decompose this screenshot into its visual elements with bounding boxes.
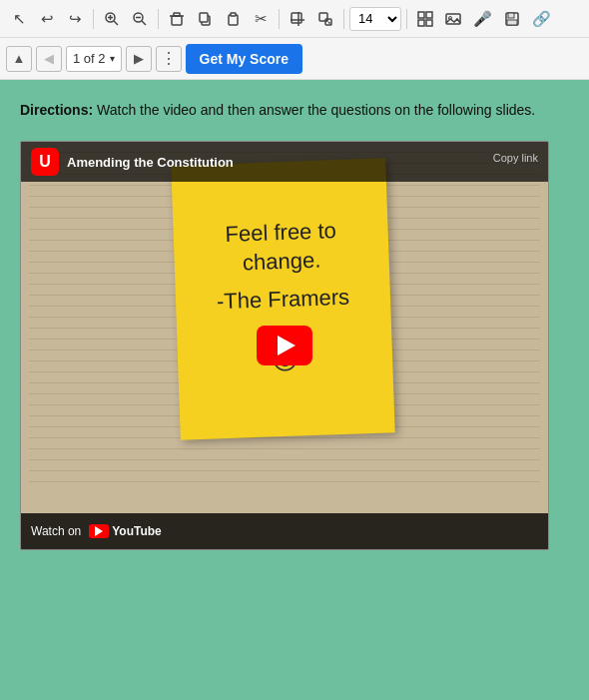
zoom-in-button[interactable] (99, 6, 125, 32)
divider-2 (158, 9, 159, 29)
grid-button[interactable] (412, 6, 438, 32)
video-title: Amending the Constitution (67, 155, 234, 170)
divider-3 (279, 9, 280, 29)
watch-on-text: Watch on (31, 524, 81, 538)
yt-icon (89, 524, 109, 538)
main-content: Directions: Watch the video and then ans… (0, 80, 589, 700)
divider-4 (343, 9, 344, 29)
get-score-button[interactable]: Get My Score (186, 44, 302, 74)
directions-bold: Directions: (20, 102, 93, 118)
svg-rect-19 (325, 19, 331, 25)
youtube-logo: U (31, 148, 59, 176)
resize-button[interactable] (312, 6, 338, 32)
directions-paragraph: Directions: Watch the video and then ans… (20, 100, 569, 121)
collapse-button[interactable]: ▲ (6, 46, 32, 72)
svg-rect-21 (426, 12, 432, 18)
svg-rect-13 (231, 13, 236, 16)
zoom-select[interactable]: 14 50 75 100 125 150 (349, 7, 401, 31)
directions-body: Watch the video and then answer the ques… (93, 102, 535, 118)
image-insert-button[interactable] (440, 6, 466, 32)
sticky-line1: Feel free to change. (225, 217, 337, 278)
page-indicator[interactable]: 1 of 2 ▾ (66, 46, 122, 72)
copy-button[interactable] (192, 6, 218, 32)
link-button[interactable]: 🔗 (527, 6, 556, 32)
prev-page-button[interactable]: ◀ (36, 46, 62, 72)
svg-rect-20 (418, 12, 424, 18)
sticky-note: Feel free to change. -The Framers ☺ (171, 158, 394, 439)
svg-rect-7 (172, 16, 182, 25)
divider-1 (93, 9, 94, 29)
youtube-logo-bottom[interactable]: YouTube (89, 524, 162, 538)
svg-rect-28 (507, 20, 517, 25)
sticky-attribution: -The Framers (216, 284, 349, 317)
youtube-header: U Amending the Constitution Copy link (21, 142, 548, 182)
svg-rect-11 (200, 13, 208, 22)
more-options-button[interactable]: ⋮ (156, 46, 182, 72)
copy-link-text[interactable]: Copy link (493, 152, 538, 164)
page-dropdown-icon: ▾ (110, 53, 115, 64)
next-page-button[interactable]: ▶ (126, 46, 152, 72)
svg-line-5 (142, 21, 146, 25)
undo-button[interactable]: ↩ (34, 6, 60, 32)
youtube-text: YouTube (112, 524, 162, 538)
play-button[interactable] (257, 326, 312, 365)
redo-button[interactable]: ↪ (62, 6, 88, 32)
toolbar-bottom: ▲ ◀ 1 of 2 ▾ ▶ ⋮ Get My Score (0, 38, 589, 80)
page-text: 1 of 2 (73, 51, 106, 66)
divider-5 (406, 9, 407, 29)
zoom-out-button[interactable] (127, 6, 153, 32)
svg-line-1 (114, 21, 118, 25)
mic-button[interactable]: 🎤 (468, 6, 497, 32)
crop-button[interactable] (285, 6, 310, 32)
save-button[interactable] (499, 6, 525, 32)
svg-rect-22 (418, 20, 424, 26)
cursor-tool-btn[interactable]: ↖ (6, 6, 32, 32)
delete-button[interactable] (164, 6, 190, 32)
yt-play-icon (95, 526, 103, 536)
toolbar-top: ↖ ↩ ↪ ✂ 14 50 75 100 125 150 🎤 🔗 (0, 0, 589, 38)
svg-rect-23 (426, 20, 432, 26)
paste-button[interactable] (220, 6, 246, 32)
youtube-bottom-bar: Watch on YouTube (21, 513, 548, 549)
video-container[interactable]: U Amending the Constitution Copy link Fe… (20, 141, 549, 550)
svg-rect-9 (174, 13, 180, 16)
svg-rect-27 (508, 13, 514, 18)
svg-rect-14 (292, 13, 301, 23)
cut-button[interactable]: ✂ (248, 6, 274, 32)
play-triangle-icon (278, 336, 295, 355)
